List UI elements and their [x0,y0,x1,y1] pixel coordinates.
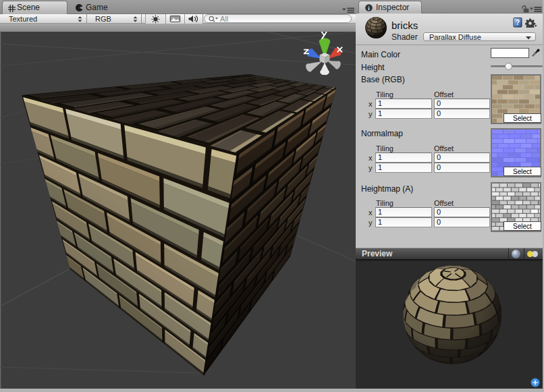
svg-text:?: ? [516,19,520,26]
